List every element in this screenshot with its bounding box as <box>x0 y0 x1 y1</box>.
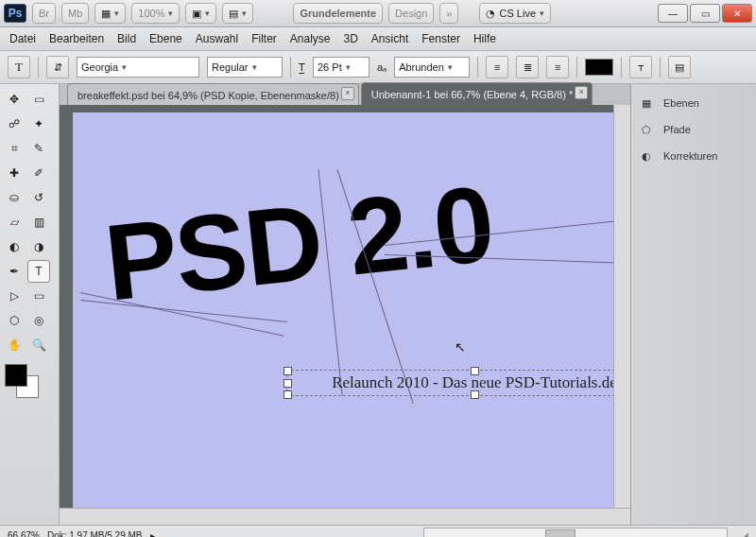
3d-camera-tool[interactable]: ◎ <box>27 309 50 332</box>
panel-ebenen[interactable]: ▦Ebenen <box>637 90 750 116</box>
blur-tool[interactable]: ◐ <box>3 235 26 258</box>
font-style-select[interactable]: Regular <box>207 57 283 78</box>
panel-korrekturen[interactable]: ◐Korrekturen <box>637 143 750 169</box>
tab-label: Unbenannt-1 bei 66,7% (Ebene 4, RGB/8) * <box>371 89 573 100</box>
menu-3d[interactable]: 3D <box>344 32 358 45</box>
zoom-level[interactable]: 66,67% <box>8 530 40 538</box>
eraser-tool[interactable]: ▱ <box>3 211 26 234</box>
character-panel-button[interactable]: ▤ <box>668 56 691 78</box>
workspace-grundelemente[interactable]: Grundelemente <box>293 3 383 24</box>
menu-bar: Datei Bearbeiten Bild Ebene Auswahl Filt… <box>0 27 756 51</box>
brush-tool[interactable]: ✐ <box>27 162 50 184</box>
gradient-tool[interactable]: ▥ <box>27 211 50 234</box>
anti-alias-select[interactable]: Abrunden <box>394 57 470 78</box>
close-tab-icon[interactable]: × <box>575 86 588 99</box>
resize-handle[interactable] <box>471 367 479 375</box>
bridge-icon[interactable]: Br <box>32 3 56 24</box>
font-size-value: 26 Pt <box>318 61 342 73</box>
anti-alias-value: Abrunden <box>399 61 444 73</box>
layers-icon: ▦ <box>637 94 656 113</box>
fg-color-swatch[interactable] <box>5 364 27 387</box>
minibridge-icon[interactable]: Mb <box>61 3 89 24</box>
move-tool[interactable]: ✥ <box>3 88 26 111</box>
title-bar: Ps Br Mb ▦ 100% ▣ ▤ Grundelemente Design… <box>0 0 756 27</box>
shape-tool[interactable]: ▭ <box>27 285 50 307</box>
arrange-docs-dropdown[interactable]: ▣ <box>185 3 216 24</box>
heal-tool[interactable]: ✚ <box>3 162 26 184</box>
font-size-icon: T̲ <box>299 61 305 74</box>
crop-tool[interactable]: ⌗ <box>3 137 26 160</box>
dodge-tool[interactable]: ◑ <box>27 235 50 258</box>
hand-tool[interactable]: ✋ <box>3 334 26 356</box>
status-bar: 66,67% Dok: 1,97 MB/5,29 MB ▸ ◢ <box>0 525 756 537</box>
vertical-scrollbar[interactable] <box>613 105 630 525</box>
document-tabs: breakeffekt.psd bei 64,9% (PSD Kopie, Eb… <box>60 84 630 105</box>
paths-icon: ⬠ <box>637 120 656 139</box>
magic-wand-tool[interactable]: ✦ <box>27 113 50 135</box>
window-maximize-button[interactable]: ▭ <box>690 4 720 23</box>
3d-tool[interactable]: ⬡ <box>3 309 26 332</box>
marquee-tool[interactable]: ▭ <box>27 88 50 111</box>
text-color-swatch[interactable] <box>585 59 613 76</box>
menu-ansicht[interactable]: Ansicht <box>371 32 408 45</box>
panel-pfade[interactable]: ⬠Pfade <box>637 116 750 143</box>
workspace-more-icon[interactable]: » <box>439 3 458 24</box>
h-scroll-track[interactable] <box>423 528 728 537</box>
artwork-headline: PSD 2.0 <box>99 162 498 325</box>
align-center-button[interactable]: ≣ <box>516 56 539 78</box>
menu-fenster[interactable]: Fenster <box>421 32 460 45</box>
zoom-tool[interactable]: 🔍 <box>27 334 50 356</box>
anti-alias-icon: aₐ <box>377 61 387 74</box>
pen-tool[interactable]: ✒ <box>3 260 26 283</box>
view-mode-dropdown[interactable]: ▦ <box>94 3 126 24</box>
panel-label: Korrekturen <box>663 150 717 162</box>
resize-handle[interactable] <box>284 390 292 399</box>
tab-breakeffekt[interactable]: breakeffekt.psd bei 64,9% (PSD Kopie, Eb… <box>67 83 359 105</box>
color-swatches[interactable] <box>3 362 41 394</box>
menu-ebene[interactable]: Ebene <box>149 32 182 45</box>
close-tab-icon[interactable]: × <box>341 87 354 100</box>
align-right-button[interactable]: ≡ <box>546 56 569 78</box>
panel-label: Ebenen <box>663 97 699 109</box>
warp-text-button[interactable]: ᴛ <box>629 56 652 78</box>
cslive-button[interactable]: ◔ CS Live <box>479 3 551 24</box>
screen-mode-dropdown[interactable]: ▤ <box>222 3 253 24</box>
path-select-tool[interactable]: ▷ <box>3 285 26 307</box>
doc-size: Dok: 1,97 MB/5,29 MB <box>47 530 143 538</box>
horizontal-scrollbar[interactable] <box>60 508 630 525</box>
status-play-icon[interactable]: ▸ <box>150 530 155 538</box>
font-family-select[interactable]: Georgia <box>77 57 199 78</box>
stamp-tool[interactable]: ⛀ <box>3 186 26 209</box>
resize-handle[interactable] <box>284 379 292 388</box>
tool-preset-button[interactable]: T <box>8 56 30 78</box>
menu-datei[interactable]: Datei <box>9 32 36 45</box>
h-scroll-thumb[interactable] <box>545 529 576 537</box>
resize-handle[interactable] <box>471 390 479 399</box>
canvas[interactable]: PSD 2.0 Relaunch 2010 - Das neue PSD-Tut… <box>73 113 617 517</box>
align-left-button[interactable]: ≡ <box>486 56 508 78</box>
eyedropper-tool[interactable]: ✎ <box>27 137 50 160</box>
type-tool[interactable]: T <box>27 260 50 283</box>
workspace-design[interactable]: Design <box>388 3 434 24</box>
menu-filter[interactable]: Filter <box>251 32 277 45</box>
lasso-tool[interactable]: ☍ <box>3 113 26 135</box>
font-family-value: Georgia <box>81 61 118 73</box>
text-orientation-button[interactable]: ⇵ <box>46 56 69 78</box>
options-bar: T ⇵ Georgia Regular T̲ 26 Pt aₐ Abrunden… <box>0 51 756 84</box>
resize-grip-icon[interactable]: ◢ <box>741 530 748 538</box>
resize-handle[interactable] <box>284 367 292 375</box>
window-minimize-button[interactable]: — <box>658 4 688 23</box>
zoom-dropdown[interactable]: 100% <box>131 3 180 24</box>
window-close-button[interactable]: ✕ <box>722 4 752 23</box>
font-size-select[interactable]: 26 Pt <box>313 57 369 78</box>
text-edit-box[interactable]: Relaunch 2010 - Das neue PSD-Tutorials.d… <box>286 370 617 396</box>
menu-bearbeiten[interactable]: Bearbeiten <box>49 32 104 45</box>
menu-hilfe[interactable]: Hilfe <box>473 32 496 45</box>
tab-label: breakeffekt.psd bei 64,9% (PSD Kopie, Eb… <box>77 90 339 101</box>
tab-unbenannt[interactable]: Unbenannt-1 bei 66,7% (Ebene 4, RGB/8) *… <box>361 82 593 105</box>
history-brush-tool[interactable]: ↺ <box>27 186 50 209</box>
menu-bild[interactable]: Bild <box>117 32 136 45</box>
menu-analyse[interactable]: Analyse <box>290 32 331 45</box>
tools-panel: ✥▭ ☍✦ ⌗✎ ✚✐ ⛀↺ ▱▥ ◐◑ ✒T ▷▭ ⬡◎ ✋🔍 <box>0 84 60 525</box>
menu-auswahl[interactable]: Auswahl <box>196 32 238 45</box>
